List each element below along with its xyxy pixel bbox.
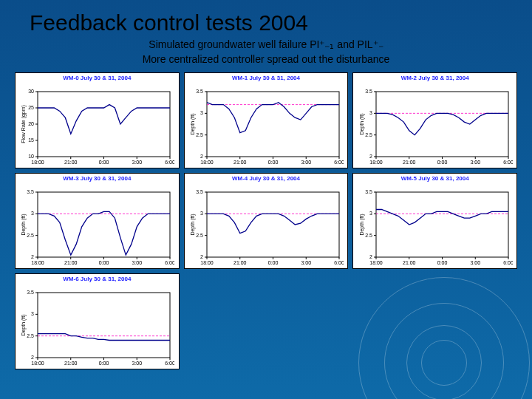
svg-text:6:00: 6:00 (334, 260, 344, 265)
svg-text:Flow Rate (gpm): Flow Rate (gpm) (21, 105, 27, 143)
svg-text:3.5: 3.5 (27, 189, 35, 194)
svg-text:2.5: 2.5 (27, 233, 35, 238)
svg-text:3:00: 3:00 (132, 361, 143, 366)
svg-text:0:00: 0:00 (99, 361, 109, 366)
chart-panel-1: WM-1 July 30 & 31, 2004 22.533.518:0021:… (184, 72, 349, 168)
svg-text:2: 2 (369, 254, 372, 259)
svg-text:21:00: 21:00 (403, 160, 416, 165)
svg-text:Depth (ft): Depth (ft) (359, 113, 365, 134)
svg-text:2: 2 (31, 254, 34, 259)
svg-text:21:00: 21:00 (403, 260, 416, 265)
svg-text:21:00: 21:00 (64, 160, 78, 165)
svg-text:6:00: 6:00 (166, 260, 175, 265)
chart-title: WM-3 July 30 & 31, 2004 (16, 175, 179, 182)
svg-text:3: 3 (200, 110, 203, 115)
svg-rect-0 (38, 92, 170, 157)
svg-text:3:00: 3:00 (132, 260, 143, 265)
svg-text:3:00: 3:00 (132, 160, 143, 165)
svg-text:18:00: 18:00 (32, 260, 45, 265)
svg-text:3:00: 3:00 (470, 160, 480, 165)
svg-text:Depth (ft): Depth (ft) (190, 113, 196, 134)
svg-text:Depth (ft): Depth (ft) (190, 214, 196, 235)
subtitle-line2: More centralized controller spread out t… (30, 53, 502, 65)
svg-text:3:00: 3:00 (301, 160, 311, 165)
chart-title: WM-1 July 30 & 31, 2004 (185, 75, 348, 81)
svg-text:18:00: 18:00 (32, 361, 45, 366)
chart-title: WM-6 July 30 & 31, 2004 (16, 276, 179, 282)
chart-svg: 22.533.518:0021:000:003:006:00 Depth (ft… (358, 182, 513, 269)
svg-text:3: 3 (369, 110, 372, 115)
svg-text:3.5: 3.5 (365, 189, 372, 194)
svg-text:15: 15 (29, 137, 35, 143)
chart-title: WM-4 July 30 & 31, 2004 (185, 175, 348, 182)
svg-text:2: 2 (200, 154, 203, 159)
svg-text:2: 2 (31, 355, 34, 360)
svg-text:21:00: 21:00 (233, 260, 247, 265)
svg-text:18:00: 18:00 (200, 160, 214, 165)
slide-title: Feedback control tests 2004 (30, 12, 502, 34)
svg-text:3: 3 (200, 211, 203, 216)
chart-svg: 22.533.518:0021:000:003:006:00 Depth (ft… (188, 81, 344, 168)
chart-panel-3: WM-3 July 30 & 31, 2004 22.533.518:0021:… (15, 173, 180, 269)
svg-text:6:00: 6:00 (166, 361, 175, 366)
chart-panel-4: WM-4 July 30 & 31, 2004 22.533.518:0021:… (184, 173, 349, 269)
svg-text:18:00: 18:00 (369, 260, 383, 265)
svg-rect-43 (376, 92, 508, 157)
subtitle-line1: Simulated groundwater well failure PI⁺₋₁… (30, 38, 502, 50)
svg-text:21:00: 21:00 (233, 160, 247, 165)
svg-text:3.5: 3.5 (196, 89, 203, 94)
svg-rect-22 (207, 92, 339, 157)
svg-text:Depth (ft): Depth (ft) (21, 314, 27, 335)
svg-text:3.5: 3.5 (196, 189, 203, 194)
svg-text:6:00: 6:00 (334, 160, 344, 165)
svg-rect-106 (376, 192, 508, 257)
svg-text:3: 3 (31, 211, 34, 216)
chart-title: WM-2 July 30 & 31, 2004 (353, 75, 516, 81)
chart-svg: 22.533.518:0021:000:003:006:00 Depth (ft… (19, 282, 174, 369)
svg-text:0:00: 0:00 (99, 260, 109, 265)
svg-text:0:00: 0:00 (437, 160, 447, 165)
chart-panel-5: WM-5 July 30 & 31, 2004 22.533.518:0021:… (352, 173, 517, 269)
chart-svg: 101520253018:0021:000:003:006:00 Flow Ra… (19, 81, 174, 168)
svg-text:3:00: 3:00 (301, 260, 311, 265)
chart-title: WM-0 July 30 & 31, 2004 (16, 75, 179, 81)
svg-rect-85 (207, 192, 339, 257)
svg-text:3: 3 (31, 311, 34, 316)
svg-text:Depth (ft): Depth (ft) (21, 214, 27, 235)
svg-text:20: 20 (29, 121, 35, 126)
svg-text:0:00: 0:00 (99, 160, 109, 165)
svg-text:2.5: 2.5 (196, 233, 203, 238)
svg-text:6:00: 6:00 (166, 160, 175, 165)
svg-text:2.5: 2.5 (27, 333, 35, 338)
svg-text:2: 2 (200, 254, 203, 259)
svg-text:2.5: 2.5 (365, 233, 372, 238)
svg-text:2.5: 2.5 (365, 132, 372, 137)
chart-title: WM-5 July 30 & 31, 2004 (353, 175, 516, 182)
svg-text:2: 2 (369, 154, 372, 159)
svg-text:Depth (ft): Depth (ft) (359, 214, 365, 235)
svg-rect-64 (38, 192, 170, 257)
svg-text:10: 10 (29, 154, 35, 159)
svg-text:3: 3 (369, 211, 372, 216)
svg-text:18:00: 18:00 (200, 260, 214, 265)
svg-text:2.5: 2.5 (196, 132, 203, 137)
svg-text:6:00: 6:00 (503, 160, 513, 165)
chart-svg: 22.533.518:0021:000:003:006:00 Depth (ft… (19, 182, 174, 269)
chart-panel-6: WM-6 July 30 & 31, 2004 22.533.518:0021:… (15, 273, 180, 369)
svg-text:6:00: 6:00 (503, 260, 513, 265)
svg-text:18:00: 18:00 (369, 160, 383, 165)
svg-text:18:00: 18:00 (32, 160, 45, 165)
chart-panel-0: WM-0 July 30 & 31, 2004 101520253018:002… (15, 72, 180, 168)
svg-text:0:00: 0:00 (437, 260, 447, 265)
svg-text:0:00: 0:00 (268, 260, 279, 265)
svg-text:3.5: 3.5 (27, 290, 35, 295)
svg-text:25: 25 (29, 105, 35, 110)
svg-text:3.5: 3.5 (365, 89, 372, 94)
svg-text:30: 30 (29, 89, 35, 94)
svg-text:21:00: 21:00 (64, 361, 78, 366)
svg-text:3:00: 3:00 (470, 260, 480, 265)
chart-panel-2: WM-2 July 30 & 31, 2004 22.533.518:0021:… (352, 72, 517, 168)
svg-text:0:00: 0:00 (268, 160, 279, 165)
chart-grid: WM-0 July 30 & 31, 2004 101520253018:002… (0, 72, 532, 369)
chart-svg: 22.533.518:0021:000:003:006:00 Depth (ft… (358, 81, 513, 168)
